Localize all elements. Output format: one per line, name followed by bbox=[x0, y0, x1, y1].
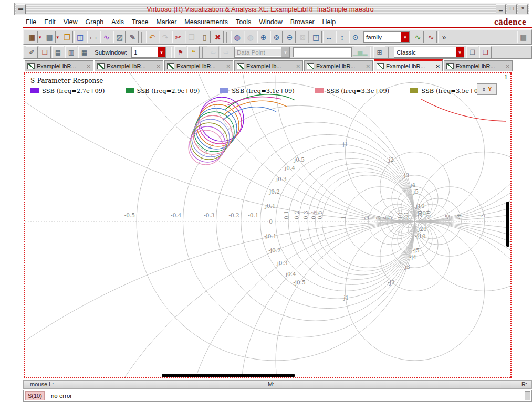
screen-capture-button[interactable]: ∿ bbox=[100, 31, 112, 43]
tab-2[interactable]: ExampleLibR...✕ bbox=[95, 60, 163, 71]
tab-5[interactable]: ExampleLibR...✕ bbox=[304, 60, 373, 71]
tab-close-icon[interactable]: ✕ bbox=[506, 64, 510, 69]
menu-item-view[interactable]: View bbox=[64, 18, 78, 26]
show-table-button[interactable]: ▦ bbox=[517, 31, 529, 43]
edit-properties-button[interactable]: ✎ bbox=[127, 31, 139, 43]
zoom-lock-button[interactable]: ⊠ bbox=[297, 31, 309, 43]
zoom-x-axis-button[interactable]: ↔ bbox=[323, 31, 335, 43]
toolbar-overflow-button[interactable]: » bbox=[438, 31, 450, 43]
next-zoom-button[interactable]: ◍ bbox=[244, 31, 256, 43]
copy-icon: ❐ bbox=[188, 34, 195, 41]
previous-zoom-button[interactable]: ◍ bbox=[231, 31, 243, 43]
paste-button[interactable]: ▯ bbox=[199, 31, 211, 43]
cards-button[interactable]: ❏ bbox=[39, 46, 51, 58]
menu-item-window[interactable]: Window bbox=[259, 18, 282, 26]
chevron-down-icon[interactable]: ▾ bbox=[39, 35, 41, 40]
menu-item-tools[interactable]: Tools bbox=[236, 18, 251, 26]
toolbar-separator bbox=[226, 32, 228, 43]
save-button[interactable]: ◫ bbox=[74, 31, 86, 43]
legend-label: SSB (freq=3.1e+09) bbox=[232, 87, 295, 94]
zoom-fit-button[interactable]: ⊚ bbox=[270, 31, 283, 43]
tab-close-icon[interactable]: ✕ bbox=[436, 64, 440, 69]
menu-item-measurements[interactable]: Measurements bbox=[184, 18, 228, 26]
back-button[interactable]: ⇦ bbox=[207, 46, 219, 58]
delete-button[interactable]: ✖ bbox=[212, 31, 224, 43]
svg-text:-0.5: -0.5 bbox=[124, 212, 135, 218]
delete-x-icon: ✖ bbox=[215, 34, 221, 41]
forward-button[interactable]: ⇨ bbox=[220, 46, 232, 58]
subwindow-select[interactable]: 1▾ bbox=[131, 47, 166, 58]
search-input[interactable] bbox=[293, 47, 352, 57]
close-button[interactable]: ✕ bbox=[518, 4, 528, 14]
layout-columns-button[interactable]: ▥ bbox=[65, 46, 77, 58]
plot-mode-select[interactable]: family▾ bbox=[363, 31, 410, 43]
graph-tab-icon bbox=[307, 63, 314, 69]
tab-7[interactable]: ExampleLibR...✕ bbox=[444, 60, 513, 71]
menu-item-graph[interactable]: Graph bbox=[86, 18, 104, 26]
tab-close-icon[interactable]: ✕ bbox=[157, 64, 161, 69]
undo-button[interactable]: ↶ bbox=[146, 31, 158, 43]
spinner-icon[interactable]: ⇕ bbox=[482, 87, 486, 92]
layout-grid-button[interactable]: ▦ bbox=[78, 46, 90, 58]
maximize-button[interactable]: ▢ bbox=[507, 4, 517, 14]
menu-item-file[interactable]: File bbox=[26, 18, 36, 26]
wizard-button[interactable]: ✐ bbox=[26, 46, 38, 58]
close-window-button[interactable]: ❒ bbox=[479, 46, 492, 58]
trace-filter-widget[interactable]: ⇕ Y bbox=[477, 83, 497, 95]
zoom-point-button[interactable]: ⊙ bbox=[349, 31, 361, 43]
menu-item-help[interactable]: Help bbox=[322, 18, 336, 26]
menu-item-edit[interactable]: Edit bbox=[44, 18, 56, 26]
update-traces-button[interactable]: ∿ bbox=[412, 31, 424, 43]
subwindow-toolbar: ✐❏▤▥▦Subwindow:1▾⚑❝⇦⇨Data Point▾▁▅▂⊞Clas… bbox=[23, 46, 532, 59]
datapoint-select[interactable]: Data Point▾ bbox=[234, 47, 290, 58]
graph-subwindow[interactable]: 00.10.20.30.40.5123451020-0.1-0.2-0.3-0.… bbox=[24, 72, 512, 378]
mouse-statusbar: mouse L: M: R: bbox=[23, 380, 532, 389]
tab-close-icon[interactable]: ✕ bbox=[226, 64, 231, 69]
expression-badge[interactable]: S(10) bbox=[25, 391, 45, 400]
window-menu-icon[interactable]: ▬ bbox=[16, 4, 26, 14]
histogram-button[interactable]: ▁▅▂ bbox=[354, 46, 366, 58]
refresh-traces-button[interactable]: ∿ bbox=[425, 31, 437, 43]
menu-item-trace[interactable]: Trace bbox=[132, 18, 149, 26]
chevron-down-icon[interactable]: ▾ bbox=[401, 32, 409, 42]
print-button[interactable]: ▭ bbox=[87, 31, 99, 43]
style-select[interactable]: Classic▾ bbox=[394, 47, 464, 58]
menu-item-marker[interactable]: Marker bbox=[156, 18, 176, 26]
tab-1[interactable]: ExampleLibR...✕ bbox=[25, 60, 93, 71]
zoom-in-button[interactable]: ⊕ bbox=[257, 31, 269, 43]
menu-item-axis[interactable]: Axis bbox=[111, 18, 124, 26]
layout-rows-button[interactable]: ▤ bbox=[52, 46, 64, 58]
filter-funnel-icon[interactable]: Y bbox=[488, 86, 492, 93]
annotation-button[interactable]: ❝ bbox=[187, 46, 200, 58]
chevron-down-icon[interactable]: ▾ bbox=[158, 47, 165, 57]
s-parameter-traces[interactable] bbox=[189, 94, 506, 165]
calculator-button[interactable]: ⊞ bbox=[373, 46, 385, 58]
trace-update-icon: ∿ bbox=[415, 34, 421, 41]
copy-window-button[interactable]: ❐ bbox=[466, 46, 478, 58]
tab-close-icon[interactable]: ✕ bbox=[296, 64, 300, 69]
tab-close-icon[interactable]: ✕ bbox=[366, 64, 370, 69]
tab-4[interactable]: ExampleLib...✕ bbox=[234, 60, 303, 71]
tab-3[interactable]: ExampleLibR...✕ bbox=[164, 60, 233, 71]
new-graph-window-button[interactable]: ▦ bbox=[26, 31, 38, 43]
chevron-down-icon[interactable]: ▾ bbox=[281, 47, 289, 57]
edit-graph-button[interactable]: ▨ bbox=[113, 31, 126, 43]
chevron-down-icon[interactable]: ▾ bbox=[57, 35, 59, 40]
tab-close-icon[interactable]: ✕ bbox=[87, 64, 91, 69]
zoom-y-axis-button[interactable]: ↕ bbox=[336, 31, 348, 43]
zoom-area-button[interactable]: ◰ bbox=[310, 31, 322, 43]
cut-button[interactable]: ✂ bbox=[172, 31, 184, 43]
copy-button[interactable]: ❐ bbox=[185, 31, 197, 43]
new-subwindow-button[interactable]: ▤ bbox=[44, 31, 56, 43]
redo-button[interactable]: ↷ bbox=[159, 31, 171, 43]
tab-6[interactable]: ExampleLibR...✕ bbox=[374, 59, 443, 71]
open-button[interactable]: ❒ bbox=[61, 31, 73, 43]
zoom-out-button[interactable]: ⊖ bbox=[284, 31, 296, 43]
console-scrollbar[interactable] bbox=[525, 391, 530, 400]
flag-button[interactable]: ⚑ bbox=[174, 46, 186, 58]
svg-text:j1: j1 bbox=[342, 141, 348, 147]
minimize-button[interactable]: ▁ bbox=[496, 4, 506, 14]
zoom-out-icon: ⊖ bbox=[287, 34, 293, 41]
menu-item-browser[interactable]: Browser bbox=[290, 18, 315, 26]
chevron-down-icon[interactable]: ▾ bbox=[456, 47, 464, 57]
